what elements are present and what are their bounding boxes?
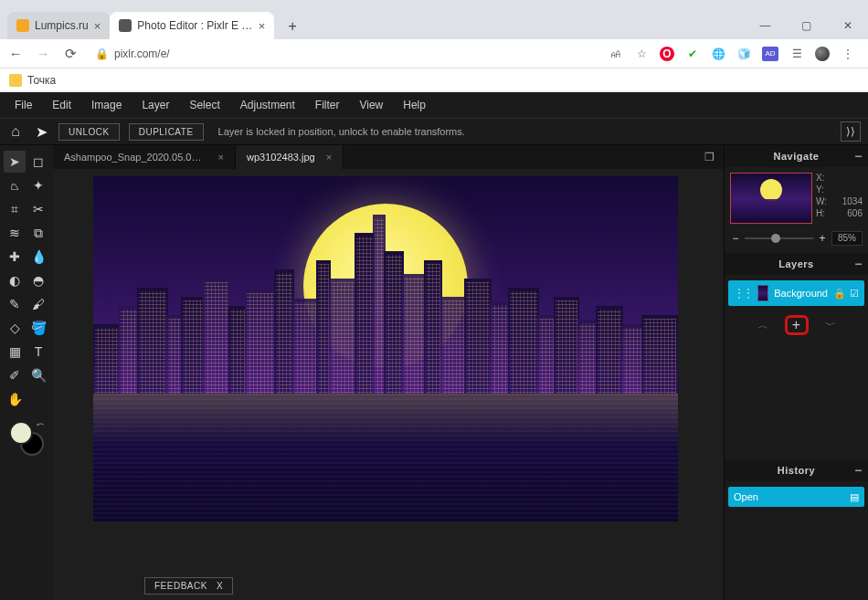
menu-select[interactable]: Select [180,99,228,111]
liquify-tool[interactable]: ≋ [4,222,26,244]
menu-filter[interactable]: Filter [306,99,349,111]
ext-ad-icon[interactable]: AD [762,47,778,61]
zoom-out-button[interactable]: − [730,232,741,245]
menu-edit[interactable]: Edit [43,99,80,111]
toggle-right-panel-button[interactable]: ⟩⟩ [841,121,861,142]
marquee-tool[interactable]: ◻ [27,151,49,173]
lock-icon: 🔒 [95,47,109,60]
collapse-icon[interactable]: − [854,257,863,271]
close-window-button[interactable]: ✕ [827,12,868,39]
bookmark-item[interactable]: Точка [27,74,56,87]
reading-list-icon[interactable]: ☰ [789,47,804,61]
document-tab[interactable]: wp3102483.jpg × [236,145,344,169]
eraser-tool[interactable]: ◇ [4,317,26,339]
add-layer-button[interactable]: + [785,315,809,335]
collapse-icon[interactable]: − [854,463,863,478]
menu-view[interactable]: View [350,99,392,111]
heal-tool[interactable]: ✚ [4,246,26,268]
menu-help[interactable]: Help [394,99,435,111]
close-icon[interactable]: X [217,581,223,591]
ext-o-icon[interactable]: O [660,47,674,61]
menu-image[interactable]: Image [82,99,131,111]
pen-tool[interactable]: ✎ [4,293,26,315]
translate-icon[interactable]: 🗚 [609,47,623,61]
collapse-icon[interactable]: − [854,149,863,163]
close-icon[interactable]: × [94,19,101,33]
zoom-value[interactable]: 85% [831,231,863,246]
reload-button[interactable]: ⟳ [60,44,80,64]
close-icon[interactable]: × [218,152,224,163]
swap-colors-icon[interactable]: ⤺ [37,419,44,429]
navigate-panel-header[interactable]: Navigate − [725,145,868,167]
forward-button[interactable]: → [33,44,53,64]
spacer [27,388,49,410]
home-button[interactable]: ⌂ [7,123,24,140]
menu-adjustment[interactable]: Adjustment [231,99,304,111]
new-tab-button[interactable]: + [280,14,305,39]
navigate-info: X: Y: W:1034 H:606 [816,173,863,224]
lasso-tool[interactable]: ⏢ [4,174,26,196]
canvas-area[interactable]: FEEDBACK X 1034 x 606 px @ 85% [53,169,724,600]
ext-cart-icon[interactable]: 🧊 [736,47,751,61]
brush-tool[interactable]: 🖌 [27,293,49,315]
zoom-in-button[interactable]: + [817,232,828,245]
browser-tab[interactable]: Lumpics.ru × [7,12,110,39]
gradient-tool[interactable]: ▦ [4,341,26,363]
layer-up-button[interactable]: ︿ [757,318,768,333]
blur-tool[interactable]: 💧 [27,246,49,268]
duplicate-button[interactable]: DUPLICATE [129,123,204,141]
browser-tab[interactable]: Photo Editor : Pixlr E - free image… × [110,12,274,39]
menu-layer[interactable]: Layer [132,99,178,111]
crop-tool[interactable]: ⌗ [4,198,26,220]
minimize-button[interactable]: — [745,12,786,39]
star-icon[interactable]: ☆ [634,47,649,61]
sponge-tool[interactable]: ◓ [27,269,49,291]
layer-item[interactable]: ⋮⋮ Background 🔒 ☑ [728,280,864,306]
close-icon[interactable]: × [259,19,266,33]
layer-name: Background [774,288,828,299]
arrow-tool[interactable]: ➤ [4,151,26,173]
dodge-tool[interactable]: ◐ [4,269,26,291]
clone-tool[interactable]: ⧉ [27,222,49,244]
navigate-thumbnail[interactable] [730,173,812,224]
history-panel-header[interactable]: History − [725,459,868,481]
close-icon[interactable]: × [326,152,332,163]
window-arrange-button[interactable]: ❐ [695,145,724,169]
panel-title: Navigate [774,151,820,162]
unlock-button[interactable]: UNLOCK [58,123,120,141]
kebab-icon[interactable]: ⋮ [841,47,855,61]
menu-file[interactable]: File [5,99,41,111]
feedback-button[interactable]: FEEDBACK [154,581,207,591]
layer-down-button[interactable]: ﹀ [825,318,836,333]
color-swatch[interactable]: ⤺ [4,417,49,465]
fill-tool[interactable]: 🪣 [27,317,49,339]
layers-panel-header[interactable]: Layers − [725,253,868,275]
toolbox: ➤ ◻ ⏢ ✦ ⌗ ✂ ≋ ⧉ ✚ 💧 ◐ ◓ ✎ 🖌 ◇ 🪣 ▦ T ✐ 🔍 [0,145,53,600]
hand-tool[interactable]: ✋ [4,388,26,410]
canvas-content [93,260,678,406]
profile-avatar[interactable] [815,47,830,61]
url-field[interactable]: 🔒 pixlr.com/e/ [88,47,601,60]
maximize-button[interactable]: ▢ [786,12,827,39]
doc-tab-title: Ashampoo_Snap_2020.05.09_21… [64,152,207,163]
history-item[interactable]: Open ▤ [728,487,864,507]
zoom-tool[interactable]: 🔍 [27,364,49,386]
text-tool[interactable]: T [27,341,49,363]
drag-handle-icon[interactable]: ⋮⋮ [734,287,752,300]
foreground-color[interactable] [9,421,33,445]
canvas[interactable] [93,176,678,521]
lock-icon[interactable]: 🔒 [833,288,846,300]
picker-tool[interactable]: ✐ [4,364,26,386]
wand-tool[interactable]: ✦ [27,174,49,196]
ext-check-icon[interactable]: ✔ [685,47,700,61]
ext-globe-icon[interactable]: 🌐 [711,47,725,61]
address-bar: ← → ⟳ 🔒 pixlr.com/e/ 🗚 ☆ O ✔ 🌐 🧊 AD ☰ ⋮ [0,39,868,68]
back-button[interactable]: ← [5,44,26,64]
cut-tool[interactable]: ✂ [27,198,49,220]
tab-title: Lumpics.ru [35,19,89,32]
zoom-slider[interactable] [745,237,813,239]
option-message: Layer is locked in position, unlock to e… [218,126,465,137]
document-tab[interactable]: Ashampoo_Snap_2020.05.09_21… × [53,145,236,169]
feedback-widget: FEEDBACK X [144,576,233,598]
visibility-icon[interactable]: ☑ [850,288,859,300]
